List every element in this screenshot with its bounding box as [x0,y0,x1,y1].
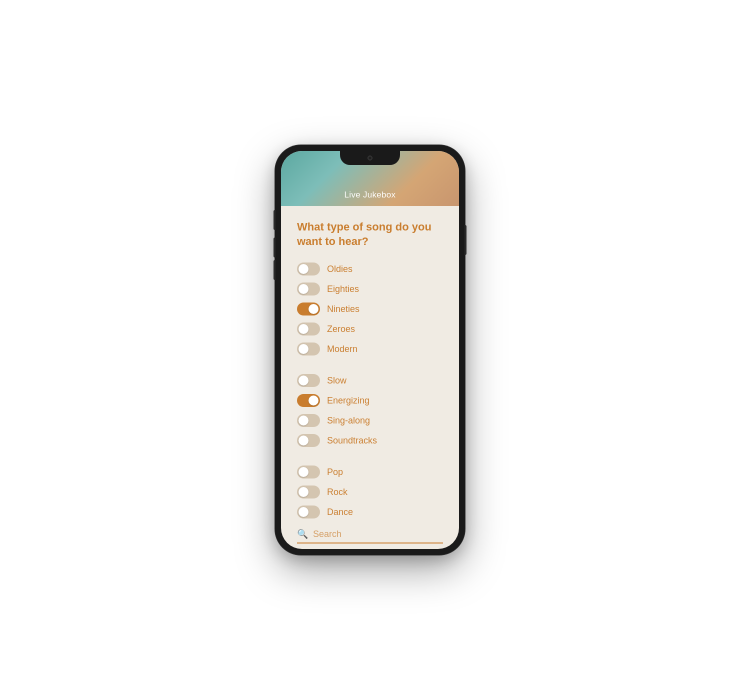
toggle-knob-dance [298,507,308,517]
toggle-item-soundtracks: Soundtracks [297,434,443,447]
toggle-knob-eighties [298,284,308,294]
toggle-label-soundtracks: Soundtracks [327,436,377,446]
toggle-switch-zeroes[interactable] [297,322,320,336]
toggle-item-energizing: Energizing [297,394,443,407]
toggle-label-dance: Dance [327,507,353,518]
toggle-switch-eighties[interactable] [297,282,320,296]
toggle-knob-nineties [308,304,318,314]
toggle-knob-rock [298,487,308,497]
scroll-content[interactable]: What type of song do you want to hear? O… [281,206,459,549]
toggle-label-slow: Slow [327,376,346,386]
group-divider [297,366,443,366]
toggle-switch-rock[interactable] [297,486,320,498]
toggle-switch-pop[interactable] [297,466,320,478]
search-input[interactable] [313,529,443,540]
toggle-label-energizing: Energizing [327,396,370,406]
camera-icon [368,156,372,160]
toggle-item-nineties: Nineties [297,302,443,316]
page-question: What type of song do you want to hear? [297,220,443,248]
toggle-item-modern: Modern [297,342,443,356]
toggle-item-oldies: Oldies [297,262,443,276]
toggle-group-vibe: SlowEnergizingSing-alongSoundtracks [297,374,443,447]
toggle-knob-soundtracks [298,436,308,446]
toggle-group-genre: PopRockDance [297,466,443,518]
notch [340,151,400,165]
toggle-knob-oldies [298,264,308,274]
toggle-group-era: OldiesEightiesNinetiesZeroesModern [297,262,443,356]
search-icon: 🔍 [297,528,308,540]
toggle-item-eighties: Eighties [297,282,443,296]
toggle-switch-soundtracks[interactable] [297,434,320,447]
toggle-label-zeroes: Zeroes [327,324,355,334]
toggle-item-dance: Dance [297,506,443,518]
app-header: Live Jukebox [281,151,459,206]
toggle-item-sing-along: Sing-along [297,414,443,427]
search-container[interactable]: 🔍 [297,528,443,544]
toggle-switch-modern[interactable] [297,342,320,356]
toggle-label-pop: Pop [327,467,343,478]
toggle-switch-oldies[interactable] [297,262,320,276]
toggle-switch-sing-along[interactable] [297,414,320,427]
toggle-knob-pop [298,467,308,477]
toggle-item-zeroes: Zeroes [297,322,443,336]
toggle-knob-energizing [308,396,318,406]
toggle-label-nineties: Nineties [327,304,360,314]
toggle-switch-nineties[interactable] [297,302,320,316]
toggle-item-slow: Slow [297,374,443,387]
toggle-label-sing-along: Sing-along [327,416,370,426]
toggle-switch-slow[interactable] [297,374,320,387]
phone-screen: Live Jukebox What type of song do you wa… [281,151,459,549]
toggle-item-rock: Rock [297,486,443,498]
toggle-knob-sing-along [298,416,308,426]
toggle-switch-dance[interactable] [297,506,320,518]
toggle-label-eighties: Eighties [327,284,359,294]
phone-device: Live Jukebox What type of song do you wa… [275,145,465,555]
toggle-label-oldies: Oldies [327,264,352,274]
app-title: Live Jukebox [344,190,396,200]
toggle-label-modern: Modern [327,344,358,354]
group-divider [297,457,443,458]
toggle-switch-energizing[interactable] [297,394,320,407]
toggle-knob-zeroes [298,324,308,334]
toggle-label-rock: Rock [327,487,348,498]
toggle-knob-slow [298,376,308,386]
toggle-knob-modern [298,344,308,354]
toggle-item-pop: Pop [297,466,443,478]
